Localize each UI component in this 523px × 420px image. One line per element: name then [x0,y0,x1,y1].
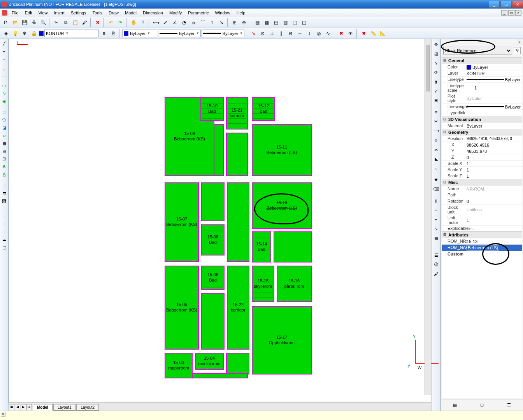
extend-icon[interactable]: ⟶ [432,126,440,135]
new-button[interactable]: 🗋 [2,18,10,27]
tab-layout2[interactable]: Layout2 [76,404,99,411]
trim-icon[interactable]: ✂ [432,117,440,126]
redo-button[interactable]: ↷ [116,18,125,27]
footer-icon1[interactable]: ▦ [451,402,459,409]
chamfer-icon[interactable]: ◣ [432,154,440,163]
help-button[interactable]: ? [139,18,147,27]
revcloud-icon[interactable]: ☁ [0,236,8,243]
menu-model[interactable]: Model [122,10,140,16]
stretch-icon[interactable]: ⤡ [432,59,440,67]
draworder-icon[interactable]: ☰ [432,251,440,259]
group-attributes[interactable]: Attributes [442,231,522,238]
room-15-03[interactable]: 15-03rapportrom [165,353,193,378]
lengthen-icon[interactable]: ↔ [432,206,440,214]
group-general[interactable]: General [442,57,522,64]
donut-icon[interactable]: ◉ [0,98,8,105]
match-button[interactable]: 🖌 [80,18,89,27]
group-3dvis[interactable]: 3D Visualization [442,116,522,122]
wblock-icon[interactable]: ▥ [281,18,290,27]
constraint-fix-icon[interactable]: ↘ [249,29,258,38]
room-15-07[interactable]: 15-07Beboerrom (KS) [165,182,199,262]
polygon-icon[interactable]: ⬠ [0,116,8,123]
menu-settings[interactable]: Settings [68,10,90,16]
room-15-08[interactable]: 15-08Bad [201,224,225,256]
color-combo[interactable]: ByLayer ▼ [122,30,157,37]
divide-icon[interactable]: ⋮ [0,220,8,228]
mdi-close[interactable]: × [515,10,521,16]
room-15-11[interactable]: 15-11Beboerrom (LS) [252,124,312,176]
menu-insert[interactable]: Insert [51,10,68,16]
explode-icon[interactable]: ✸ [432,175,440,184]
room-15-12[interactable]: 15-12Bad [252,97,275,121]
param-linear-icon[interactable]: 📏 [369,29,377,38]
constraint-perp-icon[interactable]: ⊥ [268,29,276,38]
layer-prev-icon[interactable]: ⎘ [109,29,118,38]
window-maximize[interactable]: ▭ [500,1,511,8]
room-filler[interactable] [201,293,225,350]
room-15-04[interactable]: 15-04medisinrom [195,353,224,370]
room-15-13[interactable]: 15-13Beboerrom (LS) [252,182,312,229]
room-15-05[interactable]: 15-05Beboerrom (KS) [165,266,199,350]
entity-type-combo[interactable]: Block Reference [443,47,512,54]
lineweight-combo[interactable]: ByLayer ▼ [202,30,244,37]
region-icon[interactable]: ◪ [0,124,8,131]
dim-linear-icon[interactable]: ⟷ [152,18,160,27]
command-window[interactable]: × : : [0,411,523,420]
copy-ent-icon[interactable]: ⿻ [432,49,440,58]
constraint-vert-icon[interactable]: ↕ [305,29,314,38]
edit-spline-icon[interactable]: ∿ [432,224,440,233]
attr-define-icon[interactable]: ⬚ [290,18,299,27]
layer-combo[interactable]: KONTUR ▼ [44,30,99,37]
dim-arc-icon[interactable]: ⌒ [198,18,207,27]
menu-dimension[interactable]: Dimension [140,10,166,16]
attr-rom-navn[interactable]: Beboerrom (LS) [467,245,499,250]
dim-ordinate-icon[interactable]: ⟟ [208,18,216,27]
drawing-canvas[interactable]: 15-09Beboerrom (KS)15-10Bad15-21korridor… [9,39,431,403]
room-filler[interactable] [227,182,249,262]
mtext-icon[interactable]: A̲ [0,171,8,178]
open-button[interactable]: 📂 [11,18,19,27]
table-icon[interactable]: ⊞ [0,155,8,162]
print-button[interactable]: 🖶 [30,18,38,27]
menu-modify[interactable]: Modify [166,10,185,16]
room-15-17[interactable]: 15-17Oppholdsrom [252,306,312,374]
room-15-22[interactable]: 15-22korridor [227,266,249,350]
measure-icon[interactable]: ⊹ [0,228,8,235]
block-insert-icon[interactable]: ▦ [253,18,262,27]
layer-freeze-icon[interactable]: ❄ [20,29,29,38]
constraint-concentric-icon[interactable]: ◎ [314,29,323,38]
attr-edit-icon[interactable]: ◫ [300,18,308,27]
layer-lock-icon[interactable]: 🔒 [30,29,38,38]
footer-icon3[interactable]: ☰ [505,402,513,409]
menu-tools[interactable]: Tools [90,10,106,16]
line-icon[interactable]: ╱ [0,40,8,47]
xref-icon[interactable]: ⬒ [0,189,8,196]
room-15-16[interactable]: 15-16pårør. rom [277,266,312,302]
join-icon[interactable]: ⫘ [432,145,440,154]
edit-hatch-icon[interactable]: ▦ [432,234,440,242]
layers-icon[interactable]: ◈ [2,29,10,38]
delete-button[interactable]: ✖ [93,18,102,27]
room-filler[interactable] [188,373,248,378]
menu-window[interactable]: Window [212,10,233,16]
menu-view[interactable]: View [35,10,51,16]
room-15-21[interactable]: 15-21korridor [226,97,248,130]
fillet-icon[interactable]: ◟ [432,164,440,172]
mdi-minimize[interactable]: _ [501,10,507,16]
tab-model[interactable]: Model [33,404,53,411]
ellipse-icon[interactable]: ⬭ [0,82,8,89]
polyline-icon[interactable]: ⌐ [0,48,8,55]
circle-icon[interactable]: ○ [0,66,8,74]
cut-button[interactable]: ✂ [52,18,61,27]
menu-edit[interactable]: Edit [22,10,35,16]
menu-draw[interactable]: Draw [105,10,122,16]
pan-button[interactable]: ✋ [129,18,138,27]
vertical-scrollbar[interactable] [425,39,431,395]
tab-next[interactable]: ▶ [21,404,26,410]
group-misc[interactable]: Misc [442,179,522,186]
hatch-icon[interactable]: ▦ [0,140,8,147]
room-filler[interactable] [201,182,225,221]
room-filler[interactable] [226,133,248,176]
tolerance-icon[interactable]: ⊞ [230,18,239,27]
arc-icon[interactable]: ⌒ [0,74,8,81]
